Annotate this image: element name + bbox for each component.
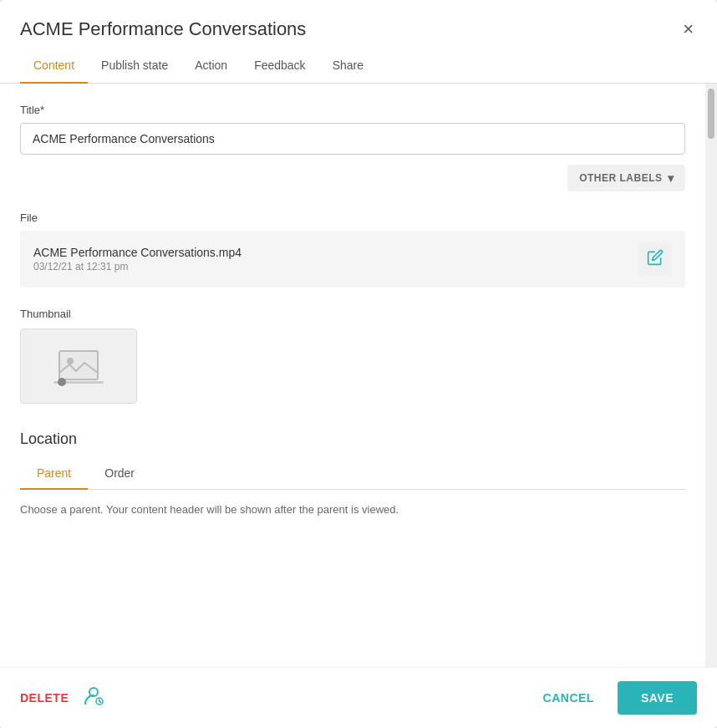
title-input[interactable]: [20, 123, 685, 155]
close-button[interactable]: ×: [679, 17, 697, 42]
location-hint-text: Choose a parent. Your content header wil…: [20, 503, 685, 542]
content-area: Title* OTHER LABELS ▾ File ACME Performa…: [0, 84, 705, 667]
scrollbar-thumb: [708, 89, 714, 139]
chevron-down-icon: ▾: [668, 171, 674, 185]
file-label: File: [20, 211, 685, 224]
dialog-body: Title* OTHER LABELS ▾ File ACME Performa…: [0, 84, 717, 667]
edit-file-button[interactable]: [638, 242, 672, 276]
tab-publish-state[interactable]: Publish state: [88, 48, 181, 84]
save-button[interactable]: SAVE: [618, 681, 697, 715]
tab-content[interactable]: Content: [20, 48, 88, 84]
title-field-group: Title*: [20, 104, 685, 155]
main-dialog: ACME Performance Conversations × Content…: [0, 0, 717, 728]
file-info: ACME Performance Conversations.mp4 03/12…: [33, 246, 242, 272]
dialog-footer: DELETE CANCEL SAVE: [0, 667, 717, 728]
scrollbar[interactable]: [705, 84, 717, 667]
location-tab-parent[interactable]: Parent: [20, 458, 88, 490]
dialog-header: ACME Performance Conversations ×: [0, 0, 717, 42]
thumbnail-label: Thumbnail: [20, 308, 685, 320]
svg-point-4: [99, 700, 100, 702]
other-labels-label: OTHER LABELS: [579, 172, 662, 184]
thumbnail-slider-thumb: [58, 378, 66, 386]
dialog-title: ACME Performance Conversations: [20, 18, 306, 40]
location-section: Location Parent Order Choose a parent. Y…: [20, 430, 685, 542]
thumbnail-placeholder-icon: [58, 349, 99, 381]
file-name: ACME Performance Conversations.mp4: [33, 246, 242, 259]
location-tab-order[interactable]: Order: [88, 458, 151, 490]
file-section: File ACME Performance Conversations.mp4 …: [20, 211, 685, 288]
cancel-button[interactable]: CANCEL: [530, 683, 608, 713]
user-settings-button[interactable]: [82, 684, 105, 712]
user-settings-icon: [82, 684, 105, 712]
close-icon: ×: [683, 18, 694, 39]
location-heading: Location: [20, 430, 685, 448]
pencil-icon: [647, 249, 664, 270]
thumbnail-preview: [20, 328, 137, 404]
location-tab-bar: Parent Order: [20, 458, 685, 490]
other-labels-button[interactable]: OTHER LABELS ▾: [567, 165, 685, 191]
file-row: ACME Performance Conversations.mp4 03/12…: [20, 231, 685, 288]
thumbnail-section: Thumbnail: [20, 308, 685, 404]
svg-rect-0: [59, 351, 98, 379]
other-labels-row: OTHER LABELS ▾: [20, 165, 685, 191]
thumbnail-slider-track: [53, 381, 104, 384]
tab-feedback[interactable]: Feedback: [241, 48, 318, 84]
delete-button[interactable]: DELETE: [20, 691, 69, 705]
footer-left: DELETE: [20, 684, 105, 712]
footer-right: CANCEL SAVE: [530, 681, 697, 715]
title-label: Title*: [20, 104, 685, 116]
tab-action[interactable]: Action: [181, 48, 241, 84]
svg-point-1: [67, 358, 74, 364]
tab-bar: Content Publish state Action Feedback Sh…: [0, 48, 717, 84]
file-date: 03/12/21 at 12:31 pm: [33, 261, 242, 272]
tab-share[interactable]: Share: [319, 48, 377, 84]
